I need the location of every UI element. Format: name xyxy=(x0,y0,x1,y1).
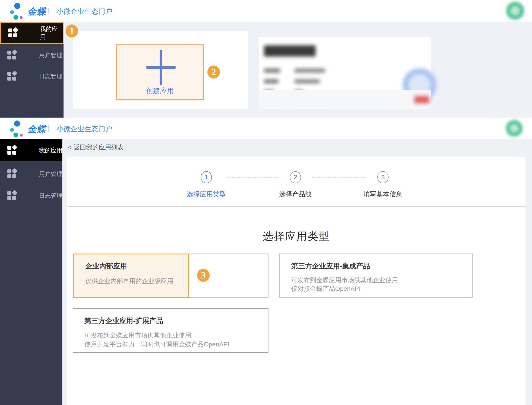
redacted-value xyxy=(294,69,325,73)
apps-list-panel: 创建应用 xyxy=(73,31,248,109)
apps-grid-icon xyxy=(7,145,17,155)
kingdee-logo: 金蝶 xyxy=(27,5,46,18)
logo-divider: | xyxy=(48,6,50,14)
sidebar-item-user-mgmt[interactable]: 用户管理 xyxy=(0,44,63,67)
logo-dot-purple xyxy=(20,16,23,19)
create-app-card[interactable]: 创建应用 xyxy=(116,44,204,100)
badge-number: 3 xyxy=(201,270,206,281)
annotation-badge-1: 1 xyxy=(66,24,78,37)
step-1-circle: 1 xyxy=(201,171,212,183)
step-2-label: 选择产品线 xyxy=(262,190,329,199)
redacted-value xyxy=(294,79,320,83)
card-title: 第三方企业应用-扩展产品 xyxy=(84,316,163,326)
card-description: 使用开发平台能力，同时也可调用金蝶产品OpenAPI xyxy=(84,340,229,349)
wizard-separator xyxy=(68,206,525,207)
apps-grid-icon xyxy=(7,50,17,60)
redacted-app-title xyxy=(264,45,316,57)
card-footer xyxy=(259,90,431,109)
step-1-label: 选择应用类型 xyxy=(173,190,240,199)
user-avatar[interactable] xyxy=(506,120,523,137)
card-description: 可发布到金蝶应用市场供其他企业使用 xyxy=(291,276,398,284)
redacted-label xyxy=(264,69,280,73)
apps-grid-icon xyxy=(7,169,17,179)
annotation-badge-3: 3 xyxy=(197,269,210,282)
app-type-card-extended[interactable]: 第三方企业应用-扩展产品 可发布到金蝶应用市场供其他企业使用 使用开发平台能力，… xyxy=(73,308,268,353)
logo-dot-blue xyxy=(14,3,20,9)
sidebar-item-log-mgmt[interactable]: 日志管理 xyxy=(0,65,63,88)
step-number: 2 xyxy=(293,174,297,181)
sidebar-item-log-mgmt[interactable]: 日志管理 xyxy=(0,184,62,207)
plus-icon xyxy=(146,66,176,69)
header: 金蝶 | 小微企业生态门户 xyxy=(0,0,532,22)
sidebar: 我的应用 用户管理 日志管理 xyxy=(0,139,62,405)
screenshot-1: 金蝶 | 小微企业生态门户 我的应用 用户管理 日志管理 xyxy=(0,0,532,118)
sidebar-item-label: 我的应用 xyxy=(39,147,62,154)
logo-divider: | xyxy=(48,124,50,132)
page-title: 选择应用类型 xyxy=(67,229,525,243)
step-3-circle: 3 xyxy=(377,171,389,183)
annotation-highlight: 企业内部应用 仅供企业内部自用的企业级应用 xyxy=(73,254,189,298)
badge-number: 2 xyxy=(211,67,216,77)
card-title: 企业内部应用 xyxy=(85,261,127,271)
logo-dot-teal xyxy=(14,133,18,137)
apps-grid-icon xyxy=(7,71,17,81)
sidebar-item-label: 用户管理 xyxy=(39,51,62,59)
sidebar-item-user-mgmt[interactable]: 用户管理 xyxy=(0,163,62,185)
redacted-delete-button[interactable] xyxy=(414,96,429,103)
step-2-circle: 2 xyxy=(290,171,301,183)
logo-dot-teal xyxy=(14,15,18,20)
kingdee-logo: 金蝶 xyxy=(27,123,46,135)
sidebar-item-my-apps[interactable]: 我的应用 xyxy=(0,22,63,44)
step-connector xyxy=(227,177,281,178)
app-type-card-integrated[interactable]: 第三方企业应用-集成产品 可发布到金蝶应用市场供其他企业使用 仅对接金蝶产品Op… xyxy=(280,254,472,297)
badge-number: 1 xyxy=(70,26,74,36)
header: 金蝶 | 小微企业生态门户 xyxy=(0,118,532,139)
portal-title: 小微企业生态门户 xyxy=(57,124,112,134)
apps-grid-icon xyxy=(8,28,18,38)
card-description: 仅对接金蝶产品OpenAPI xyxy=(291,284,361,293)
app-card-redacted[interactable] xyxy=(259,37,431,109)
step-connector xyxy=(312,177,366,178)
user-avatar[interactable] xyxy=(506,2,524,20)
card-title: 第三方企业应用-集成产品 xyxy=(291,261,370,271)
logo-dot-blue xyxy=(14,121,20,127)
create-app-label: 创建应用 xyxy=(117,86,203,95)
sidebar-item-label: 我的应用 xyxy=(40,25,63,41)
sidebar-item-label: 日志管理 xyxy=(39,73,62,80)
card-description: 仅供企业内部自用的企业级应用 xyxy=(85,277,173,285)
annotation-badge-2: 2 xyxy=(207,66,220,79)
apps-grid-icon xyxy=(7,191,17,201)
step-number: 1 xyxy=(205,174,208,181)
card-description: 可发布到金蝶应用市场供其他企业使用 xyxy=(84,331,191,340)
composite-screenshot: 金蝶 | 小微企业生态门户 我的应用 用户管理 日志管理 xyxy=(0,0,532,405)
step-3-label: 填写基本信息 xyxy=(349,190,417,199)
logo-dot-purple xyxy=(20,134,23,137)
sidebar-item-label: 用户管理 xyxy=(39,170,62,178)
sidebar-item-my-apps[interactable]: 我的应用 xyxy=(0,139,62,161)
back-to-app-list-link[interactable]: < 返回我的应用列表 xyxy=(68,143,124,152)
screenshot-2: 金蝶 | 小微企业生态门户 我的应用 用户管理 日志管理 < 返回我的应用列表 xyxy=(0,118,532,405)
portal-title: 小微企业生态门户 xyxy=(57,7,112,16)
redacted-label xyxy=(264,79,278,83)
logo-dot-cyan xyxy=(10,128,14,132)
sidebar: 我的应用 用户管理 日志管理 xyxy=(0,22,63,118)
app-type-card-internal[interactable]: 企业内部应用 仅供企业内部自用的企业级应用 xyxy=(73,254,268,297)
sidebar-item-label: 日志管理 xyxy=(39,192,62,200)
step-number: 3 xyxy=(381,174,385,181)
logo-dot-cyan xyxy=(10,10,14,14)
